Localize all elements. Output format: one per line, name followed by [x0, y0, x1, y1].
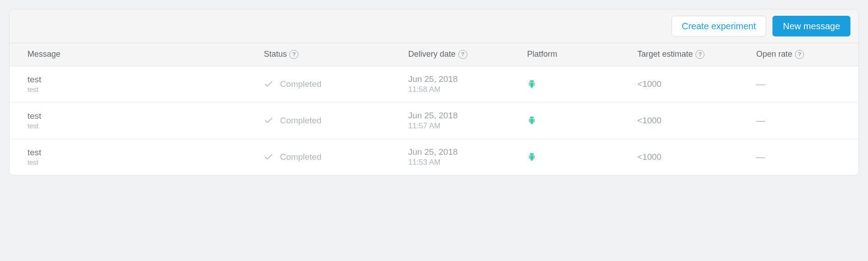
message-cell: testtest: [9, 139, 256, 175]
status-cell: Completed: [256, 139, 400, 175]
message-title: test: [27, 75, 247, 85]
col-header-message[interactable]: Message: [9, 43, 256, 66]
toolbar: Create experiment New message: [9, 9, 859, 43]
open-value: —: [756, 152, 765, 162]
help-icon[interactable]: ?: [458, 50, 467, 59]
target-value: <1000: [637, 79, 661, 89]
delivery-time: 11:57 AM: [408, 122, 511, 130]
target-value: <1000: [637, 116, 661, 125]
check-icon: [264, 152, 274, 162]
col-header-open-label: Open rate: [756, 50, 792, 59]
status-cell: Completed: [256, 102, 400, 139]
delivery-date: Jun 25, 2018: [408, 147, 511, 157]
col-header-open[interactable]: Open rate ?: [748, 43, 859, 66]
open-cell: —: [748, 139, 859, 175]
delivery-cell: Jun 25, 201811:58 AM: [400, 66, 519, 102]
col-header-delivery-label: Delivery date: [408, 50, 456, 59]
help-icon[interactable]: ?: [795, 50, 804, 59]
message-title: test: [27, 111, 247, 121]
col-header-platform-label: Platform: [527, 50, 557, 59]
target-cell: <1000: [629, 66, 748, 102]
android-icon: [527, 116, 621, 126]
messages-table: Message Status ? Delivery date ? Platfor…: [9, 43, 859, 175]
status-cell: Completed: [256, 66, 400, 102]
col-header-target-label: Target estimate: [637, 50, 693, 59]
message-cell: testtest: [9, 66, 256, 102]
col-header-status[interactable]: Status ?: [256, 43, 400, 66]
platform-cell: [519, 66, 629, 102]
delivery-date: Jun 25, 2018: [408, 111, 511, 121]
message-subtitle: test: [27, 158, 247, 166]
help-icon[interactable]: ?: [695, 50, 704, 59]
check-icon: [264, 79, 274, 89]
delivery-cell: Jun 25, 201811:53 AM: [400, 139, 519, 175]
platform-cell: [519, 102, 629, 139]
delivery-time: 11:53 AM: [408, 158, 511, 167]
create-experiment-button[interactable]: Create experiment: [672, 16, 767, 36]
table-row[interactable]: testtestCompletedJun 25, 201811:58 AM<10…: [9, 66, 859, 102]
col-header-message-label: Message: [27, 50, 60, 59]
messages-panel: Create experiment New message Message St…: [9, 9, 859, 176]
delivery-time: 11:58 AM: [408, 85, 511, 94]
message-subtitle: test: [27, 122, 247, 130]
delivery-date: Jun 25, 2018: [408, 74, 511, 84]
table-row[interactable]: testtestCompletedJun 25, 201811:57 AM<10…: [9, 102, 859, 139]
target-value: <1000: [637, 152, 661, 162]
col-header-status-label: Status: [264, 50, 287, 59]
table-header-row: Message Status ? Delivery date ? Platfor…: [9, 43, 859, 66]
status-label: Completed: [280, 79, 321, 89]
target-cell: <1000: [629, 102, 748, 139]
check-icon: [264, 116, 274, 126]
col-header-platform[interactable]: Platform: [519, 43, 629, 66]
new-message-button[interactable]: New message: [772, 16, 850, 36]
col-header-delivery[interactable]: Delivery date ?: [400, 43, 519, 66]
help-icon[interactable]: ?: [289, 50, 298, 59]
message-title: test: [27, 148, 247, 158]
status-label: Completed: [280, 152, 321, 162]
target-cell: <1000: [629, 139, 748, 175]
open-value: —: [756, 116, 765, 125]
android-icon: [527, 152, 621, 162]
delivery-cell: Jun 25, 201811:57 AM: [400, 102, 519, 139]
open-cell: —: [748, 102, 859, 139]
android-icon: [527, 79, 621, 89]
status-label: Completed: [280, 116, 321, 126]
platform-cell: [519, 139, 629, 175]
col-header-target[interactable]: Target estimate ?: [629, 43, 748, 66]
message-cell: testtest: [9, 102, 256, 139]
table-row[interactable]: testtestCompletedJun 25, 201811:53 AM<10…: [9, 139, 859, 175]
open-value: —: [756, 79, 765, 89]
open-cell: —: [748, 66, 859, 102]
message-subtitle: test: [27, 86, 247, 93]
